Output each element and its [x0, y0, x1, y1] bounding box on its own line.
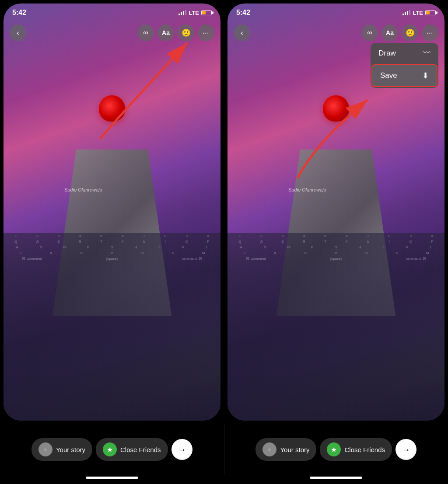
- right-battery-icon: [425, 10, 436, 15]
- right-signal-icon: [402, 10, 410, 15]
- save-icon: ⬇: [422, 71, 429, 80]
- right-send-button[interactable]: →: [396, 439, 416, 460]
- left-phone-screen: 1234567890 QWERTYUIOP ASDFGHJKL ZXCVBNM …: [4, 3, 220, 421]
- right-text-button[interactable]: Aa: [382, 24, 398, 41]
- left-time: 5:42: [12, 9, 26, 17]
- right-story-avatar: ●: [262, 442, 276, 456]
- left-status-bar: 5:42 LTE: [4, 9, 220, 17]
- left-back-button[interactable]: ‹: [10, 24, 26, 41]
- right-rose-decoration: [323, 95, 349, 122]
- left-watermark: Sadiq Olanrewaju: [64, 187, 102, 192]
- right-home-indicator: [310, 477, 362, 479]
- right-infinity-icon: ∞: [367, 29, 372, 37]
- left-your-story-label: Your story: [56, 446, 85, 453]
- right-watermark: Sadiq Olanrewaju: [288, 187, 326, 192]
- right-toolbar: ‹ ∞ Aa 🙂 ●●●: [228, 24, 444, 41]
- right-phone-screen: 1234567890 QWERTYUIOP ASDFGHJKL ZXCVBNM …: [228, 3, 444, 421]
- left-your-story-button[interactable]: ● Your story: [32, 438, 92, 461]
- right-sticker-button[interactable]: 🙂: [402, 24, 418, 41]
- right-dropdown-menu: Draw 〰 Save ⬇: [371, 43, 438, 88]
- right-back-button[interactable]: ‹: [234, 24, 250, 41]
- draw-label: Draw: [378, 49, 396, 58]
- right-send-icon: →: [402, 445, 410, 455]
- right-close-friends-label: Close Friends: [344, 446, 385, 453]
- right-lte-label: LTE: [413, 10, 423, 16]
- left-text-icon: Aa: [162, 29, 170, 36]
- left-sticker-icon: 🙂: [182, 28, 191, 38]
- right-more-icon: ●●●: [427, 31, 433, 34]
- left-status-icons: LTE: [178, 10, 212, 16]
- left-story-avatar: ●: [38, 442, 52, 456]
- left-more-icon: ●●●: [203, 31, 209, 34]
- draw-menu-item[interactable]: Draw 〰: [371, 43, 438, 63]
- right-infinity-button[interactable]: ∞: [361, 24, 378, 41]
- left-keyboard-area: 1234567890 QWERTYUIOP ASDFGHJKL ZXCVBNM …: [4, 233, 220, 421]
- save-label: Save: [380, 71, 397, 80]
- right-close-friends-button[interactable]: ★ Close Friends: [320, 438, 392, 461]
- right-status-icons: LTE: [402, 10, 436, 16]
- left-lte-label: LTE: [189, 10, 199, 16]
- left-toolbar: ‹ ∞ Aa 🙂 ●●●: [4, 24, 220, 41]
- right-your-story-label: Your story: [280, 446, 309, 453]
- right-keyboard-area: 1234567890 QWERTYUIOP ASDFGHJKL ZXCVBNM …: [228, 233, 444, 421]
- left-bottom-bar: ● Your story ★ Close Friends →: [0, 424, 224, 475]
- right-green-star-icon: ★: [327, 442, 341, 456]
- right-text-icon: Aa: [386, 29, 394, 36]
- right-bottom-bar: ● Your story ★ Close Friends →: [224, 424, 448, 475]
- left-battery-icon: [201, 10, 212, 15]
- left-more-button[interactable]: ●●●: [198, 24, 214, 41]
- left-infinity-button[interactable]: ∞: [137, 24, 154, 41]
- left-home-indicator: [86, 477, 138, 479]
- left-green-star-icon: ★: [103, 442, 117, 456]
- bottom-row: ● Your story ★ Close Friends → ● Your st…: [0, 424, 448, 475]
- right-time: 5:42: [236, 9, 250, 17]
- left-send-icon: →: [178, 445, 186, 455]
- left-sticker-button[interactable]: 🙂: [178, 24, 194, 41]
- draw-icon: 〰: [423, 49, 430, 58]
- home-indicators: [0, 475, 448, 484]
- left-close-friends-button[interactable]: ★ Close Friends: [96, 438, 168, 461]
- left-close-friends-label: Close Friends: [120, 446, 161, 453]
- left-infinity-icon: ∞: [143, 29, 148, 37]
- left-rose-decoration: [99, 95, 125, 122]
- bottom-section: ● Your story ★ Close Friends → ● Your st…: [0, 424, 448, 484]
- right-more-button[interactable]: ●●●: [422, 24, 438, 41]
- right-your-story-button[interactable]: ● Your story: [256, 438, 316, 461]
- right-sticker-icon: 🙂: [406, 28, 415, 38]
- left-send-button[interactable]: →: [172, 439, 192, 460]
- left-text-button[interactable]: Aa: [158, 24, 174, 41]
- left-signal-icon: [178, 10, 186, 15]
- save-menu-item[interactable]: Save ⬇: [371, 64, 438, 87]
- right-status-bar: 5:42 LTE: [228, 9, 444, 17]
